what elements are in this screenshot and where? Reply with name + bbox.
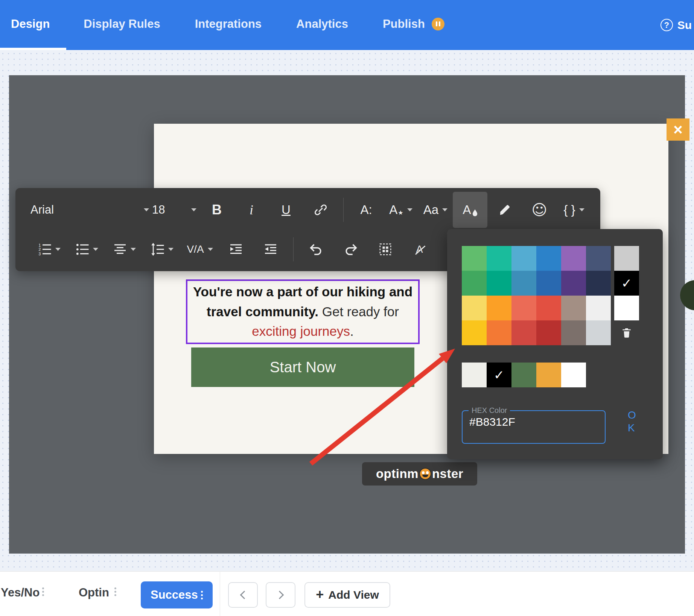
add-view-button[interactable]: + Add View <box>304 582 390 608</box>
clear-format-icon: A <box>413 243 427 256</box>
highlighter-button[interactable] <box>487 192 522 228</box>
next-icon <box>275 591 284 599</box>
color-swatch[interactable] <box>511 296 536 320</box>
clear-formatting-button[interactable]: A <box>403 231 437 267</box>
tab-integrations[interactable]: Integrations <box>178 0 279 50</box>
color-swatch[interactable]: ✓ <box>614 271 639 296</box>
color-swatch[interactable] <box>561 271 586 296</box>
paragraph-style-button[interactable]: A: <box>349 192 384 228</box>
recent-colors: ✓ <box>462 363 663 387</box>
palette-row: ✓ <box>462 271 663 296</box>
close-popup-button[interactable]: × <box>667 118 689 141</box>
indent-icon <box>229 243 243 256</box>
help-icon[interactable]: ? <box>661 19 673 31</box>
color-swatch[interactable] <box>511 271 536 296</box>
text-color-button[interactable]: A <box>453 192 487 228</box>
color-swatch[interactable] <box>536 271 561 296</box>
top-nav: Design Display Rules Integrations Analyt… <box>0 0 694 50</box>
link-button[interactable] <box>303 192 338 228</box>
color-swatch[interactable] <box>614 296 639 320</box>
color-swatch[interactable] <box>462 246 487 271</box>
illustration-foliage <box>677 277 694 322</box>
add-view-label: Add View <box>328 589 379 601</box>
bold-button[interactable]: B <box>199 192 234 228</box>
view-yesno-label[interactable]: Yes/No <box>1 586 40 599</box>
color-swatch[interactable] <box>487 320 511 345</box>
tab-analytics[interactable]: Analytics <box>279 0 365 50</box>
nav-right: ? Su <box>661 0 692 50</box>
color-swatch[interactable] <box>511 363 536 387</box>
hex-input[interactable] <box>465 415 589 428</box>
color-swatch[interactable] <box>536 363 561 387</box>
monster-icon <box>419 468 431 480</box>
view-yesno-menu-button[interactable] <box>40 585 46 598</box>
prev-icon <box>240 591 248 599</box>
redo-button[interactable] <box>333 231 368 267</box>
view-optin-label[interactable]: Optin <box>79 586 109 599</box>
font-size-value: 18 <box>152 203 165 217</box>
start-now-button[interactable]: Start Now <box>191 347 414 387</box>
star-icon: ★ <box>398 209 403 216</box>
tab-design[interactable]: Design <box>0 0 66 50</box>
tab-publish[interactable]: Publish <box>365 0 462 50</box>
color-swatch[interactable] <box>462 271 487 296</box>
text-case-button[interactable]: Aa <box>418 192 453 228</box>
redo-icon <box>344 242 358 256</box>
color-swatch[interactable] <box>462 296 487 320</box>
code-view-button[interactable]: { } <box>557 192 591 228</box>
brand-text-post: nster <box>432 467 463 481</box>
color-swatch[interactable] <box>586 246 611 271</box>
color-swatch[interactable] <box>487 246 511 271</box>
align-button[interactable] <box>106 231 143 267</box>
letter-spacing-button[interactable]: V/A <box>181 231 219 267</box>
tab-display-rules[interactable]: Display Rules <box>66 0 177 50</box>
ordered-list-button[interactable]: 123 <box>30 231 68 267</box>
view-success-button[interactable]: Success <box>141 581 213 608</box>
emoji-button[interactable]: ☺ <box>522 192 557 228</box>
color-swatch[interactable] <box>586 320 611 345</box>
color-swatch[interactable] <box>561 296 586 320</box>
view-success-label: Success <box>151 588 198 602</box>
remove-color-button[interactable] <box>614 320 639 345</box>
font-family-select[interactable]: Arial <box>30 203 149 217</box>
color-swatch[interactable] <box>487 296 511 320</box>
ok-button[interactable]: OK <box>628 409 639 434</box>
next-view-button[interactable] <box>266 582 295 608</box>
prev-view-button[interactable] <box>228 582 258 608</box>
color-swatch[interactable] <box>536 320 561 345</box>
font-size-select[interactable]: 18 <box>152 203 196 217</box>
toolbar-divider <box>293 237 294 261</box>
color-swatch[interactable] <box>614 246 639 271</box>
line-height-button[interactable] <box>143 231 181 267</box>
color-swatch[interactable] <box>462 363 487 387</box>
color-swatch[interactable] <box>536 246 561 271</box>
color-swatch[interactable] <box>561 320 586 345</box>
undo-button[interactable] <box>299 231 333 267</box>
color-swatch[interactable] <box>536 296 561 320</box>
color-swatch[interactable] <box>586 271 611 296</box>
color-swatch[interactable] <box>511 320 536 345</box>
color-swatch[interactable] <box>487 271 511 296</box>
code-view-glyph: { } <box>563 203 575 217</box>
view-optin-menu-button[interactable] <box>112 585 119 598</box>
tab-design-label: Design <box>11 17 50 31</box>
palette-row <box>462 320 663 345</box>
message-selection[interactable]: You're now a part of our hiking and trav… <box>186 279 420 344</box>
palette-row <box>462 246 663 271</box>
inline-style-button[interactable]: A★ <box>384 192 418 228</box>
bullet-list-button[interactable] <box>68 231 106 267</box>
italic-button[interactable]: i <box>234 192 269 228</box>
outdent-button[interactable] <box>253 231 288 267</box>
color-swatch[interactable] <box>586 296 611 320</box>
select-all-button[interactable] <box>368 231 403 267</box>
color-swatch[interactable] <box>561 363 586 387</box>
support-link[interactable]: Su <box>677 19 692 32</box>
color-swatch[interactable] <box>511 246 536 271</box>
view-success-menu-button[interactable] <box>199 589 205 602</box>
underline-button[interactable]: U <box>269 192 303 228</box>
color-swatch[interactable]: ✓ <box>487 363 511 387</box>
color-swatch[interactable] <box>561 246 586 271</box>
tab-display-rules-label: Display Rules <box>84 17 160 31</box>
color-swatch[interactable] <box>462 320 487 345</box>
indent-button[interactable] <box>219 231 253 267</box>
